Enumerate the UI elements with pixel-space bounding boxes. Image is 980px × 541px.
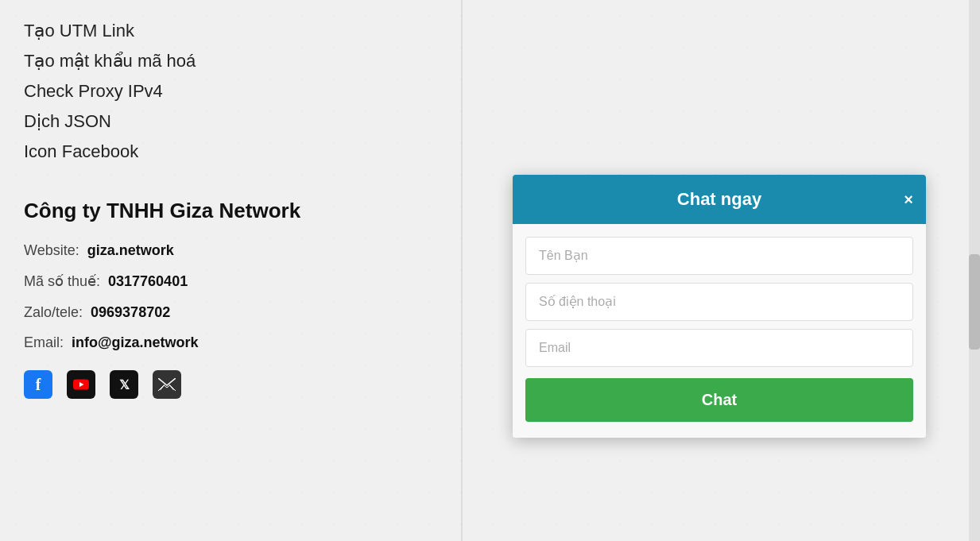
scrollbar[interactable] (969, 0, 980, 541)
tax-label: Mã số thuế: (24, 273, 100, 289)
vertical-divider (461, 0, 463, 541)
nav-item[interactable]: Icon Facebook (24, 137, 437, 167)
company-zalo: Zalo/tele: 0969378702 (24, 301, 437, 324)
zalo-label: Zalo/tele: (24, 304, 83, 320)
chat-name-input[interactable] (525, 237, 913, 275)
email-label: Email: (24, 334, 64, 350)
x-twitter-icon[interactable]: 𝕏 (110, 370, 138, 399)
chat-email-input[interactable] (525, 329, 913, 367)
nav-item[interactable]: Check Proxy IPv4 (24, 76, 437, 106)
youtube-icon[interactable] (67, 370, 95, 399)
tax-value: 0317760401 (108, 273, 188, 289)
chat-modal-body: Chat (513, 224, 926, 438)
company-website: Website: giza.network (24, 239, 437, 262)
company-email: Email: info@giza.network (24, 331, 437, 354)
nav-item[interactable]: Tạo UTM Link (24, 16, 437, 46)
nav-item[interactable]: Tạo mật khẩu mã hoá (24, 46, 437, 76)
chat-modal-header: Chat ngay × (513, 175, 926, 224)
chat-submit-button[interactable]: Chat (525, 378, 913, 422)
nav-menu: Tạo UTM LinkTạo mật khẩu mã hoáCheck Pro… (24, 16, 437, 167)
chat-modal: Chat ngay × Chat (513, 175, 926, 438)
website-value[interactable]: giza.network (87, 242, 174, 258)
company-tax: Mã số thuế: 0317760401 (24, 270, 437, 293)
email-value[interactable]: info@giza.network (72, 334, 199, 350)
website-label: Website: (24, 242, 79, 258)
social-icons-bar: f 𝕏 (24, 370, 437, 399)
zalo-value: 0969378702 (91, 304, 170, 320)
company-name: Công ty TNHH Giza Network (24, 199, 437, 223)
left-panel: Tạo UTM LinkTạo mật khẩu mã hoáCheck Pro… (0, 0, 461, 415)
chat-modal-title: Chat ngay (677, 189, 761, 210)
facebook-icon[interactable]: f (24, 370, 52, 399)
company-section: Công ty TNHH Giza Network Website: giza.… (24, 199, 437, 399)
nav-item[interactable]: Dịch JSON (24, 106, 437, 137)
scrollbar-thumb[interactable] (969, 254, 980, 350)
chat-phone-input[interactable] (525, 283, 913, 321)
chat-modal-close-button[interactable]: × (904, 191, 913, 207)
email-icon[interactable] (153, 370, 181, 399)
